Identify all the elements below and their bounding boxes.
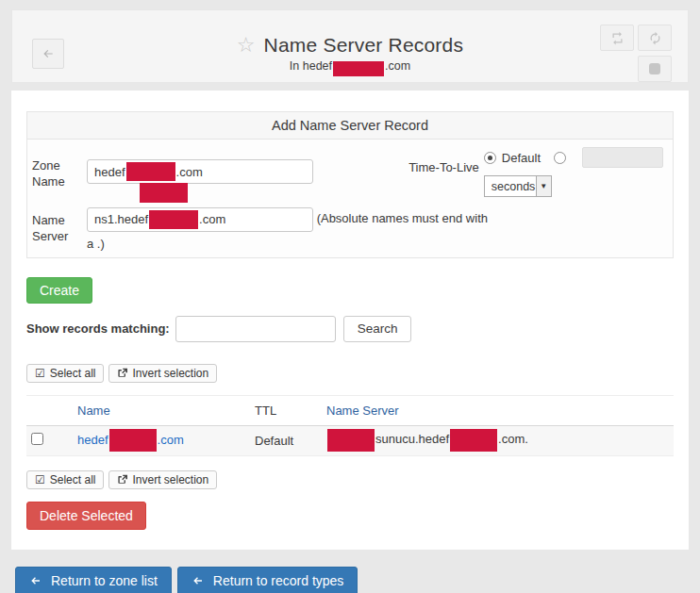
redaction: [327, 429, 375, 452]
selection-buttons-bottom: ☑ Select all Invert selection: [26, 470, 674, 489]
arrow-left-icon: [192, 575, 205, 586]
select-all-button[interactable]: ☑ Select all: [26, 364, 104, 383]
record-name-server: sunucu.hedef.com.: [326, 425, 674, 455]
zone-name-value-suffix: .com: [176, 165, 203, 179]
form-title: Add Name Server Record: [27, 112, 673, 140]
retweet-icon: [609, 31, 625, 45]
page-header: ☆ Name Server Records In hedef.com: [11, 9, 689, 83]
star-outline-icon[interactable]: ☆: [237, 35, 256, 56]
zone-name-input[interactable]: hedef.com: [87, 159, 313, 184]
invert-selection-button[interactable]: Invert selection: [108, 470, 217, 489]
row-checkbox[interactable]: [31, 433, 43, 445]
refresh-button[interactable]: [638, 25, 672, 51]
title-block: ☆ Name Server Records In hedef.com: [12, 10, 688, 73]
ns-value-prefix: ns1.hedef: [94, 207, 148, 231]
redaction: [126, 162, 175, 181]
refresh-icon: [648, 31, 662, 45]
page-subtitle: In hedef.com: [12, 59, 688, 73]
search-button[interactable]: Search: [343, 316, 412, 342]
name-server-label: Name Server: [32, 212, 87, 244]
arrow-left-icon: [29, 575, 42, 586]
ns-value-suffix: .com: [199, 207, 225, 231]
ttl-default-label: Default: [502, 151, 541, 165]
invert-selection-button[interactable]: Invert selection: [108, 364, 217, 383]
header-actions: [600, 25, 672, 82]
redaction: [109, 429, 157, 452]
search-label: Show records matching:: [26, 321, 170, 336]
selection-buttons-top: ☑ Select all Invert selection: [26, 364, 674, 383]
search-input[interactable]: [175, 316, 336, 342]
record-name-link[interactable]: hedef.com: [77, 433, 184, 447]
stop-button[interactable]: [638, 56, 672, 82]
name-server-input[interactable]: ns1.hedef.com: [87, 207, 313, 232]
checkbox-checked-icon: ☑: [35, 368, 45, 379]
ttl-custom-radio[interactable]: [554, 152, 566, 164]
add-record-form: Add Name Server Record Zone Name hedef.c…: [26, 111, 674, 258]
zone-name-value-prefix: hedef: [94, 165, 125, 179]
arrow-left-icon: [41, 47, 56, 60]
sort-by-name-server-link[interactable]: Name Server: [326, 404, 399, 418]
stop-square-icon: [649, 63, 660, 74]
checkbox-checked-icon: ☑: [35, 474, 45, 486]
ttl-custom-input[interactable]: [582, 147, 663, 168]
back-button[interactable]: [32, 39, 64, 69]
zone-name-label: Zone Name: [32, 157, 87, 189]
main-content: Add Name Server Record Zone Name hedef.c…: [11, 91, 689, 550]
share-arrow-icon: [117, 474, 127, 485]
return-to-record-types-button[interactable]: Return to record types: [177, 567, 358, 593]
select-all-button[interactable]: ☑ Select all: [26, 470, 104, 489]
return-to-zone-list-button[interactable]: Return to zone list: [15, 567, 172, 593]
table-row: hedef.com Default sunucu.hedef.com.: [26, 425, 674, 455]
table-header-row: Name TTL Name Server: [26, 395, 674, 425]
redaction: [333, 61, 384, 76]
redaction: [149, 210, 198, 229]
share-arrow-icon: [117, 368, 127, 378]
footer: Return to zone list Return to record typ…: [15, 567, 689, 593]
record-ttl: Default: [255, 425, 326, 455]
page-title: Name Server Records: [264, 34, 464, 57]
records-table: Name TTL Name Server hedef.com Default s…: [26, 395, 674, 456]
sort-by-name-link[interactable]: Name: [77, 404, 110, 418]
ttl-unit-select[interactable]: seconds ▼: [484, 175, 552, 197]
ttl-unit-value: seconds: [485, 176, 536, 196]
search-row: Show records matching: Search: [26, 316, 674, 342]
ttl-label: Time-To-Live: [408, 160, 479, 174]
delete-selected-button[interactable]: Delete Selected: [26, 502, 146, 530]
redaction: [450, 429, 497, 452]
create-button[interactable]: Create: [26, 277, 92, 304]
ttl-column-header: TTL: [255, 395, 326, 425]
chevron-down-icon: ▼: [536, 176, 551, 196]
redaction: [140, 183, 188, 203]
ttl-default-radio[interactable]: [484, 152, 496, 164]
checkbox-column-header: [26, 395, 66, 425]
module-swap-button[interactable]: [600, 25, 634, 51]
